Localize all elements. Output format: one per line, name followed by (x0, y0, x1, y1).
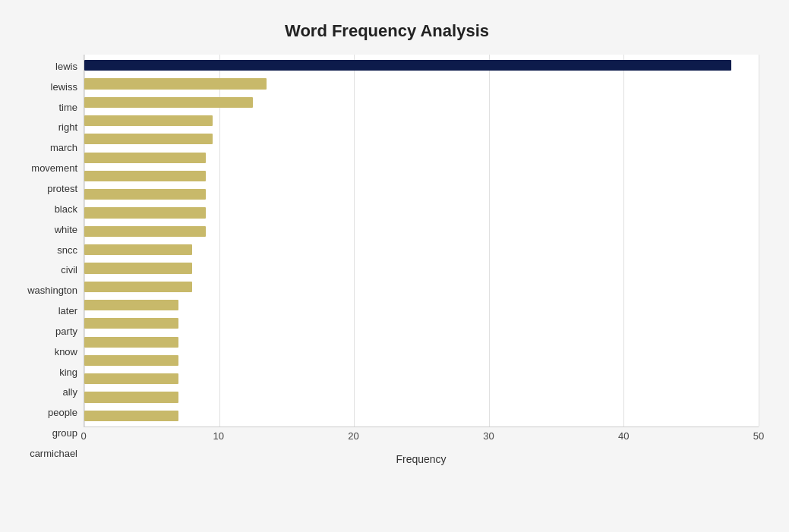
chart-title: Word Frequency Analysis (15, 15, 759, 41)
bar-time (84, 97, 253, 108)
y-label: white (55, 225, 77, 235)
bar-lewiss (84, 78, 267, 89)
bar-people (84, 373, 178, 384)
x-tick: 0 (80, 430, 86, 442)
y-label: washington (27, 285, 77, 295)
bar-row (84, 332, 759, 351)
bar-row (84, 222, 759, 241)
x-tick: 30 (483, 430, 494, 442)
bar-party (84, 300, 178, 310)
bar-row (84, 351, 759, 370)
bar-march (84, 134, 213, 144)
bar-row (84, 259, 759, 277)
bar-row (84, 241, 759, 259)
bar-group (84, 392, 178, 402)
bar-carmichael (84, 411, 178, 421)
bar-row (84, 370, 759, 388)
bar-row (84, 296, 759, 314)
y-label: king (59, 367, 77, 377)
y-label: carmichael (30, 449, 77, 458)
bar-protest (84, 171, 206, 181)
y-label: ally (62, 387, 77, 397)
y-axis: lewislewisstimerightmarchmovementprotest… (15, 55, 84, 465)
bar-white (84, 207, 206, 218)
x-tick: 40 (618, 430, 629, 442)
bar-civil (84, 244, 192, 255)
bar-row (84, 185, 759, 203)
y-label: time (58, 102, 77, 112)
bar-row (84, 148, 759, 166)
bar-king (84, 337, 178, 348)
y-label: know (55, 347, 77, 357)
bar-row (84, 74, 759, 93)
bar-row (84, 278, 759, 296)
x-axis: 01020304050 (84, 427, 759, 450)
x-tick: 20 (348, 430, 358, 442)
y-label: party (55, 326, 77, 336)
bar-row (84, 314, 759, 332)
y-label: civil (61, 265, 77, 275)
bar-row (84, 167, 759, 185)
y-label: lewiss (51, 82, 77, 92)
bar-right (84, 115, 213, 126)
bar-row (84, 112, 759, 130)
x-axis-label: Frequency (84, 453, 759, 465)
bars-container (84, 55, 759, 427)
grid-line (759, 55, 759, 427)
x-tick: 50 (753, 430, 764, 442)
y-label: people (48, 408, 77, 417)
bar-movement (84, 153, 206, 163)
bar-washington (84, 263, 192, 273)
bar-row (84, 388, 759, 406)
bar-ally (84, 355, 178, 366)
chart-container: Word Frequency Analysis lewislewisstimer… (0, 0, 789, 532)
bar-black (84, 189, 206, 200)
y-label: sncc (57, 245, 77, 255)
bar-row (84, 203, 759, 222)
chart-area: lewislewisstimerightmarchmovementprotest… (15, 55, 759, 465)
bar-know (84, 318, 178, 329)
y-label: later (58, 306, 77, 316)
y-label: protest (47, 184, 77, 194)
y-label: right (58, 122, 77, 132)
bar-later (84, 282, 192, 292)
y-label: lewis (55, 61, 77, 71)
bar-row (84, 130, 759, 148)
bar-row (84, 407, 759, 425)
bar-row (84, 93, 759, 112)
plot-area (84, 55, 759, 427)
bar-sncc (84, 226, 206, 237)
bar-lewis (84, 60, 731, 71)
bar-row (84, 56, 759, 74)
y-label: group (52, 428, 77, 438)
y-label: march (50, 143, 77, 153)
y-label: black (55, 204, 77, 214)
x-tick: 10 (213, 430, 224, 442)
y-label: movement (31, 163, 77, 173)
